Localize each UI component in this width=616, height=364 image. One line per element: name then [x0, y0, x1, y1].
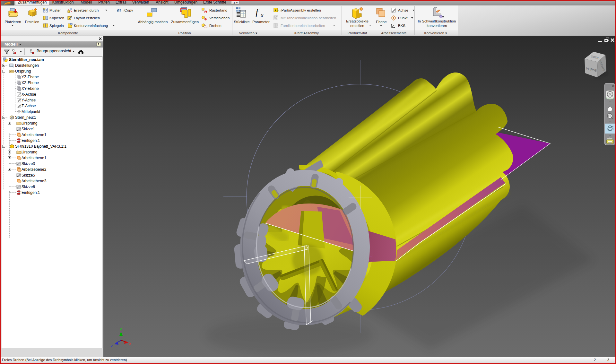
svg-text:?: ? [98, 43, 100, 46]
svg-text:i: i [275, 8, 276, 12]
svg-text:Y: Y [120, 328, 122, 332]
svg-text:i: i [117, 8, 118, 12]
svg-text:X: X [129, 342, 132, 346]
svg-text:f: f [256, 7, 259, 17]
svg-text:x: x [260, 12, 264, 18]
svg-text:Z: Z [111, 344, 113, 348]
